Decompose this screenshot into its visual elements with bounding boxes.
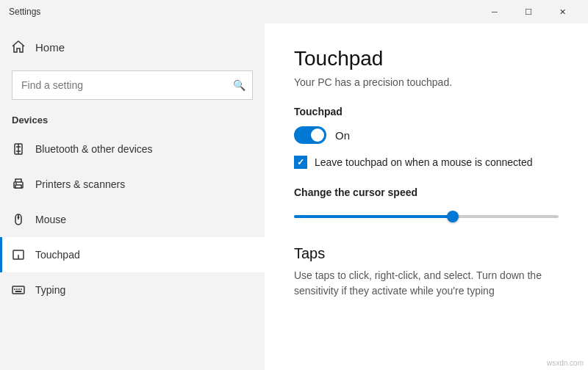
slider-fill [294, 215, 453, 218]
sidebar: Home 🔍 Devices Bluetooth & other devices [0, 23, 265, 370]
sidebar-item-label-printers: Printers & scanners [35, 178, 125, 190]
sidebar-item-label-bluetooth: Bluetooth & other devices [35, 143, 153, 155]
slider-thumb[interactable] [447, 211, 459, 222]
sidebar-item-typing[interactable]: Typing [0, 272, 265, 308]
mouse-icon [12, 213, 25, 226]
titlebar-title: Settings [9, 7, 478, 17]
sidebar-item-label-mouse: Mouse [35, 214, 66, 225]
page-title: Touchpad [294, 47, 559, 70]
checkbox-checkmark: ✓ [297, 157, 304, 167]
leave-touchpad-checkbox[interactable]: ✓ [294, 156, 307, 169]
sidebar-item-mouse[interactable]: Mouse [0, 202, 265, 237]
touchpad-icon [12, 248, 25, 261]
main-layout: Home 🔍 Devices Bluetooth & other devices [0, 23, 588, 370]
svg-rect-12 [12, 286, 24, 294]
search-icon: 🔍 [233, 79, 245, 91]
bluetooth-icon [12, 142, 25, 156]
toggle-label: On [335, 129, 350, 142]
sidebar-section-label: Devices [0, 112, 265, 131]
touchpad-section-label: Touchpad [294, 106, 559, 117]
titlebar-controls: ─ ☐ ✕ [478, 0, 579, 23]
content-area: Touchpad Your PC has a precision touchpa… [265, 23, 588, 370]
svg-point-9 [18, 217, 20, 219]
touchpad-toggle[interactable] [294, 126, 326, 144]
sidebar-item-home[interactable]: Home [0, 29, 265, 65]
sidebar-item-bluetooth[interactable]: Bluetooth & other devices [0, 131, 265, 167]
printer-icon [12, 178, 25, 191]
maximize-button[interactable]: ☐ [512, 0, 545, 23]
touchpad-toggle-row: On [294, 126, 559, 144]
taps-title: Taps [294, 245, 559, 262]
taps-description: Use taps to click, right-click, and sele… [294, 268, 559, 299]
sidebar-home-label: Home [35, 41, 65, 54]
sidebar-item-label-touchpad: Touchpad [35, 249, 80, 261]
svg-rect-5 [15, 185, 21, 188]
search-box: 🔍 [12, 70, 253, 100]
sidebar-item-label-typing: Typing [35, 284, 65, 296]
search-input[interactable] [12, 70, 253, 100]
sidebar-item-printers[interactable]: Printers & scanners [0, 167, 265, 202]
checkbox-label: Leave touchpad on when a mouse is connec… [315, 156, 533, 168]
minimize-button[interactable]: ─ [478, 0, 512, 23]
home-icon [12, 40, 25, 54]
toggle-thumb [311, 128, 324, 142]
titlebar: Settings ─ ☐ ✕ [0, 0, 588, 23]
sidebar-item-touchpad[interactable]: Touchpad [0, 237, 265, 272]
keyboard-icon [12, 283, 25, 297]
watermark: wsxdn.com [547, 359, 584, 367]
page-subtitle: Your PC has a precision touchpad. [294, 76, 559, 88]
cursor-speed-slider[interactable] [294, 208, 559, 225]
leave-touchpad-checkbox-row[interactable]: ✓ Leave touchpad on when a mouse is conn… [294, 156, 559, 169]
close-button[interactable]: ✕ [545, 0, 579, 23]
slider-section-label: Change the cursor speed [294, 186, 559, 198]
